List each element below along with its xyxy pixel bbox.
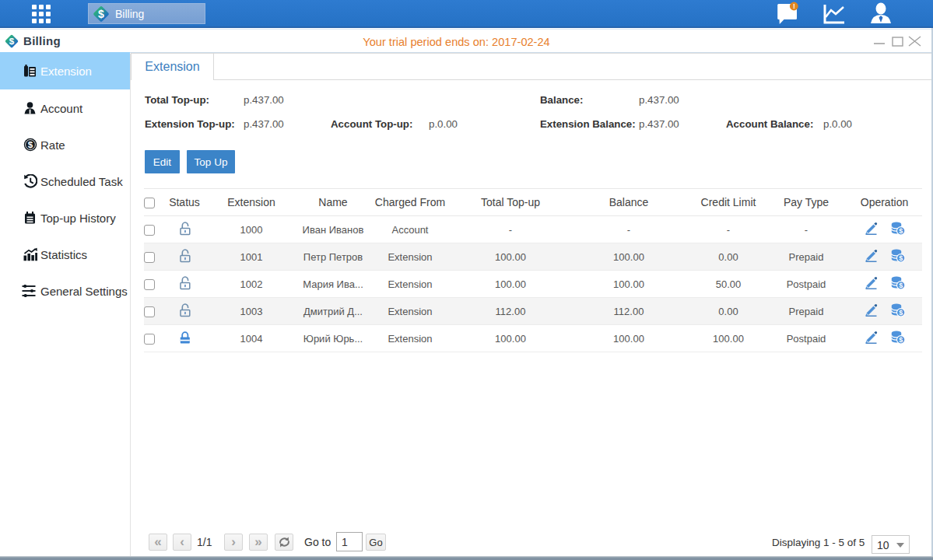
svg-text:!: ! <box>793 2 795 10</box>
svg-text:$: $ <box>98 8 104 20</box>
svg-text:$: $ <box>28 140 33 149</box>
